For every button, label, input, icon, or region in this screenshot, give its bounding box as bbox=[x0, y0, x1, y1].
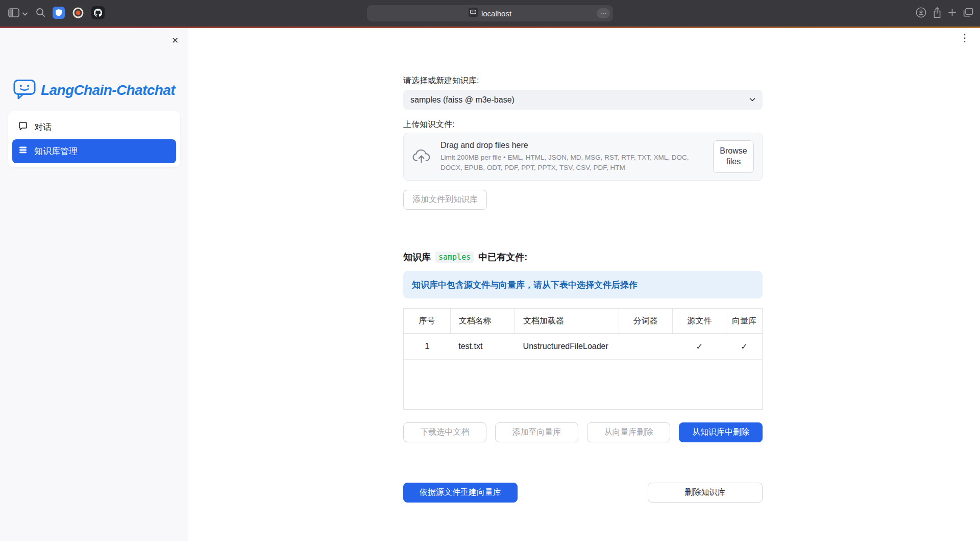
kb-files-heading: 知识库 samples 中已有文件: bbox=[403, 251, 527, 263]
tabs-icon bbox=[962, 7, 974, 19]
page-menu-button[interactable]: ⋯ bbox=[597, 8, 610, 18]
address-bar[interactable]: localhost ⋯ bbox=[367, 5, 613, 21]
browse-files-button[interactable]: Browse files bbox=[713, 140, 754, 173]
dropzone-limit-text: Limit 200MB per file • EML, HTML, JSON, … bbox=[440, 153, 704, 172]
search-button[interactable] bbox=[36, 8, 45, 19]
file-action-buttons: 下载选中文档 添加至向量库 从向量库删除 从知识库中删除 bbox=[403, 422, 763, 442]
overflow-menu-button[interactable]: ⋮ bbox=[957, 32, 973, 43]
table-row[interactable]: 1 test.txt UnstructuredFileLoader ✓ ✓ bbox=[404, 334, 762, 360]
kb-selectbox-value: samples (faiss @ m3e-base) bbox=[410, 95, 514, 105]
kb-management-icon bbox=[18, 145, 28, 158]
kb-files-table: 序号 文档名称 文档加载器 分词器 源文件 向量库 1 test.txt Uns bbox=[403, 308, 763, 410]
divider bbox=[403, 237, 763, 237]
dropzone-title: Drag and drop files here bbox=[440, 141, 704, 150]
column-header-doc-name: 文档名称 bbox=[450, 309, 514, 334]
kb-heading-prefix: 知识库 bbox=[403, 251, 431, 263]
main-area: ⋮ 请选择或新建知识库: samples (faiss @ m3e-base) … bbox=[188, 28, 980, 551]
kb-bottom-buttons: 依据源文件重建向量库 删除知识库 bbox=[403, 483, 763, 503]
app-root: ✕ LangChain-Chatchat 对话 知识库管理 ⋮ bbox=[0, 28, 980, 551]
sidebar-item-chat[interactable]: 对话 bbox=[12, 115, 176, 139]
streamlit-decoration-bar bbox=[0, 27, 980, 28]
download-selected-button[interactable]: 下载选中文档 bbox=[403, 422, 486, 442]
sidebar-panel-icon bbox=[8, 8, 19, 19]
delete-from-kb-button[interactable]: 从知识库中删除 bbox=[679, 422, 763, 442]
github-icon bbox=[91, 6, 105, 21]
new-tab-button[interactable] bbox=[947, 8, 957, 19]
sidebar-item-label: 对话 bbox=[34, 121, 52, 133]
cell-vector-store-check: ✓ bbox=[726, 334, 762, 360]
column-header-vector-store: 向量库 bbox=[726, 309, 762, 334]
chatbot-logo-icon bbox=[13, 79, 36, 102]
remove-from-vector-store-button[interactable]: 从向量库删除 bbox=[587, 422, 670, 442]
target-extension-icon bbox=[72, 7, 84, 20]
kb-select-label: 请选择或新建知识库: bbox=[403, 76, 479, 86]
rebuild-vector-store-button[interactable]: 依据源文件重建向量库 bbox=[403, 483, 518, 503]
column-header-index: 序号 bbox=[404, 309, 450, 334]
tab-overview-button[interactable] bbox=[962, 7, 974, 19]
add-files-to-kb-button[interactable]: 添加文件到知识库 bbox=[403, 190, 487, 210]
kb-heading-suffix: 中已有文件: bbox=[478, 251, 527, 263]
table-header-row: 序号 文档名称 文档加载器 分词器 源文件 向量库 bbox=[404, 309, 762, 334]
url-text: localhost bbox=[481, 9, 511, 18]
delete-kb-button[interactable]: 删除知识库 bbox=[648, 483, 763, 503]
kb-name-code: samples bbox=[435, 252, 474, 263]
share-icon bbox=[932, 7, 942, 20]
sidebar-item-label: 知识库管理 bbox=[34, 145, 78, 157]
cell-source-file-check: ✓ bbox=[672, 334, 726, 360]
file-dropzone[interactable]: Drag and drop files here Limit 200MB per… bbox=[403, 133, 763, 181]
column-header-splitter: 分词器 bbox=[619, 309, 672, 334]
info-banner: 知识库中包含源文件与向量库，请从下表中选择文件后操作 bbox=[403, 271, 763, 298]
content-column: 请选择或新建知识库: samples (faiss @ m3e-base) 上传… bbox=[403, 28, 763, 551]
extension-shield-button[interactable] bbox=[53, 7, 65, 20]
sidebar-menu-chevron-button[interactable] bbox=[22, 10, 28, 17]
upload-label: 上传知识文件: bbox=[403, 119, 454, 130]
add-to-vector-store-button[interactable]: 添加至向量库 bbox=[495, 422, 578, 442]
search-icon bbox=[36, 8, 45, 19]
column-header-loader: 文档加载器 bbox=[515, 309, 619, 334]
cell-splitter bbox=[619, 334, 672, 360]
downloads-button[interactable] bbox=[915, 7, 927, 20]
sidebar-close-button[interactable]: ✕ bbox=[168, 34, 182, 47]
cloud-upload-icon bbox=[412, 148, 431, 165]
kb-selectbox[interactable]: samples (faiss @ m3e-base) bbox=[403, 90, 763, 110]
cell-doc-name: test.txt bbox=[450, 334, 514, 360]
extension-github-button[interactable] bbox=[91, 6, 105, 21]
site-favicon bbox=[469, 8, 478, 19]
sidebar: ✕ LangChain-Chatchat 对话 知识库管理 bbox=[0, 28, 188, 541]
chevron-down-icon bbox=[22, 10, 28, 17]
cell-index: 1 bbox=[404, 334, 450, 360]
info-banner-text: 知识库中包含源文件与向量库，请从下表中选择文件后操作 bbox=[412, 279, 638, 291]
sidebar-nav: 对话 知识库管理 bbox=[8, 111, 180, 167]
plus-icon bbox=[947, 8, 957, 19]
sidebar-toggle-button[interactable] bbox=[8, 8, 19, 19]
cell-loader: UnstructuredFileLoader bbox=[515, 334, 619, 360]
share-button[interactable] bbox=[932, 7, 942, 20]
download-icon bbox=[915, 7, 927, 20]
browser-toolbar: localhost ⋯ bbox=[0, 0, 980, 27]
column-header-source-file: 源文件 bbox=[672, 309, 726, 334]
divider bbox=[403, 464, 763, 464]
shield-extension-icon bbox=[53, 7, 65, 20]
chevron-down-icon bbox=[748, 95, 756, 106]
dropzone-text: Drag and drop files here Limit 200MB per… bbox=[440, 141, 704, 172]
chat-bubble-icon bbox=[18, 121, 28, 134]
app-logo: LangChain-Chatchat bbox=[13, 79, 175, 102]
sidebar-item-kb-management[interactable]: 知识库管理 bbox=[12, 139, 176, 163]
extension-target-button[interactable] bbox=[72, 7, 84, 20]
logo-text: LangChain-Chatchat bbox=[41, 82, 175, 98]
